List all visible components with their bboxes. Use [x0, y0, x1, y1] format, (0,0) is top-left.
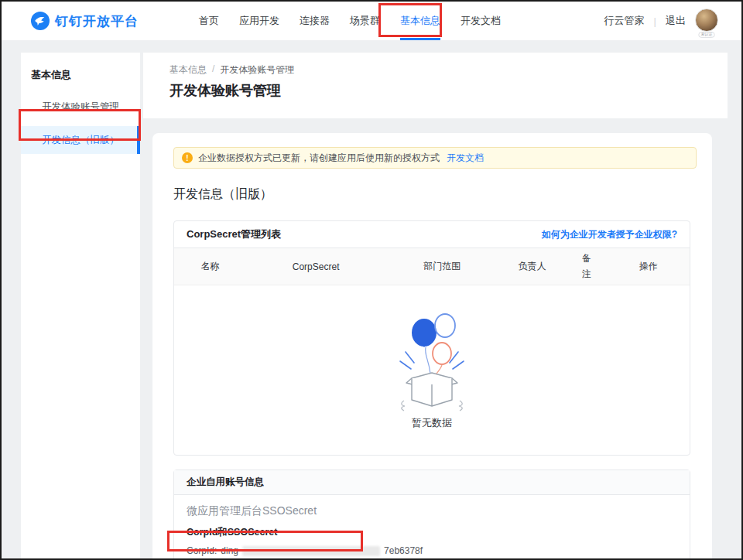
breadcrumb-current: 开发体验账号管理: [220, 63, 294, 77]
column-header-owner: 负责人: [499, 260, 567, 273]
logout-button[interactable]: 退出: [666, 14, 686, 28]
left-sidebar: 基本信息 开发体验账号管理 开发信息（旧版）: [21, 53, 140, 560]
enterprise-account-card-header: 企业自用账号信息: [174, 470, 690, 495]
nav-item-connector[interactable]: 连接器: [300, 2, 330, 40]
warning-icon: !: [182, 152, 193, 163]
breadcrumb-separator: /: [212, 63, 214, 77]
top-right-user-area: 行云管家 | 退出 未认证: [604, 2, 718, 40]
column-header-dept-scope: 部门范围: [385, 260, 499, 273]
empty-state: 暂无数据: [174, 285, 690, 430]
dingtalk-open-platform-page: 钉钉开放平台 首页 应用开发 连接器 场景群 基本信息 开发文档 行云管家 | …: [0, 0, 743, 560]
page-title: 开发体验账号管理: [169, 81, 281, 100]
corpid-suffix: 7eb6378f: [384, 545, 423, 556]
corpid-row: CorpId: ding 7eb6378f: [187, 545, 677, 556]
nav-item-scene-group[interactable]: 场景群: [350, 2, 380, 40]
enterprise-account-card: 企业自用账号信息 微应用管理后台SSOSecret CorpId和SSOSecr…: [173, 470, 690, 560]
sidebar-title: 基本信息: [21, 53, 140, 82]
nav-item-dev-docs[interactable]: 开发文档: [461, 2, 501, 40]
sso-secret-subtitle: 微应用管理后台SSOSecret: [187, 504, 677, 518]
enterprise-account-card-body: 微应用管理后台SSOSecret CorpId和SSOSecret CorpId…: [174, 495, 690, 560]
org-name[interactable]: 行云管家: [604, 14, 645, 28]
dingtalk-logo[interactable]: 钉钉开放平台: [31, 2, 139, 40]
breadcrumb-band: 基本信息 / 开发体验账号管理 开发体验账号管理: [143, 53, 728, 118]
corpid-label: CorpId:: [187, 545, 217, 556]
section-title-dev-info-legacy: 开发信息（旧版）: [173, 186, 712, 203]
column-header-remark: 备注: [566, 251, 607, 281]
nav-item-app-dev[interactable]: 应用开发: [239, 2, 279, 40]
top-nav-menu: 首页 应用开发 连接器 场景群 基本信息 开发文档: [199, 2, 501, 40]
grant-permission-help-link[interactable]: 如何为企业开发者授予企业权限?: [542, 228, 677, 241]
corpsecret-card-header: CorpSecret管理列表 如何为企业开发者授予企业权限?: [174, 221, 690, 248]
divider: |: [654, 15, 656, 27]
column-header-action: 操作: [607, 260, 690, 273]
corpsecret-table-header: 名称 CorpSecret 部门范围 负责人 备注 操作: [174, 248, 690, 285]
corpid-redacted-blur: [242, 546, 380, 556]
empty-state-text: 暂无数据: [412, 416, 452, 430]
avatar-image: [695, 9, 718, 32]
corpsecret-management-card: CorpSecret管理列表 如何为企业开发者授予企业权限? 名称 CorpSe…: [173, 220, 690, 456]
logo-text: 钉钉开放平台: [55, 12, 139, 30]
sidebar-item-dev-experience-account[interactable]: 开发体验账号管理: [21, 101, 140, 114]
breadcrumb: 基本信息 / 开发体验账号管理: [169, 63, 294, 77]
avatar-status-badge: 未认证: [698, 32, 714, 37]
nav-item-home[interactable]: 首页: [199, 2, 219, 40]
top-navigation-bar: 钉钉开放平台 首页 应用开发 连接器 场景群 基本信息 开发文档 行云管家 | …: [2, 2, 741, 40]
alert-text: 企业数据授权方式已更新，请创建应用后使用新的授权方式: [198, 152, 440, 165]
alert-dev-docs-link[interactable]: 开发文档: [447, 152, 484, 165]
column-header-corpsecret: CorpSecret: [246, 261, 385, 272]
empty-state-illustration: [385, 307, 478, 411]
sidebar-item-dev-info-legacy[interactable]: 开发信息（旧版）: [21, 126, 140, 154]
nav-item-basic-info[interactable]: 基本信息: [400, 2, 440, 40]
enterprise-account-card-title: 企业自用账号信息: [187, 476, 264, 489]
breadcrumb-root[interactable]: 基本信息: [169, 63, 207, 77]
corpsecret-card-title: CorpSecret管理列表: [187, 227, 281, 241]
update-notice-alert: ! 企业数据授权方式已更新，请创建应用后使用新的授权方式 开发文档: [173, 147, 697, 169]
user-avatar[interactable]: 未认证: [695, 9, 718, 38]
dingtalk-logo-icon: [31, 12, 50, 30]
corpid-ssosecret-subheading: CorpId和SSOSecret: [187, 526, 677, 539]
main-content-panel: ! 企业数据授权方式已更新，请创建应用后使用新的授权方式 开发文档 开发信息（旧…: [152, 133, 712, 560]
corpid-prefix: ding: [221, 545, 238, 556]
column-header-name: 名称: [174, 260, 246, 273]
